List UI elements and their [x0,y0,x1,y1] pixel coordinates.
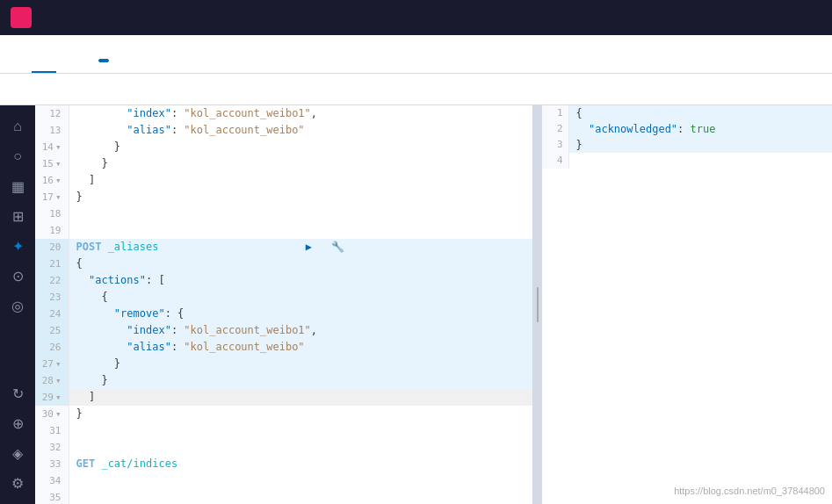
code-line-17: } [69,189,532,205]
code-line-14: } [69,139,532,155]
home-icon[interactable]: ⌂ [4,112,32,140]
tab-painless-lab[interactable] [81,50,121,73]
top-bar [0,0,832,35]
toolbar [0,74,832,105]
response-line-1: { [568,105,832,121]
editor-divider[interactable] [533,105,542,504]
code-line-24: "remove": { [69,306,532,322]
code-line-15: } [69,155,532,172]
editor-right[interactable]: 1{2 "acknowledged": true3}4 https://blog… [542,105,832,504]
code-line-25: "index": "kol_account_weibo1", [69,322,532,339]
code-line-20: POST _aliases ▶ 🔧 [69,239,532,256]
nav-tabs [0,35,832,74]
app-logo [11,7,32,28]
editor-scroll[interactable]: 12 "index": "kol_account_weibo1",13 "ali… [35,105,532,504]
code-line-28: } [69,372,532,389]
response-editor: 1{2 "acknowledged": true3}4 [542,105,832,169]
code-line-29: ] [69,389,532,406]
watermark: https://blog.csdn.net/m0_37844800 [674,483,825,499]
main-content: ⌂ ○ ▦ ⊞ ✦ ⊙ ◎ ↻ ⊕ ◈ ⚙ 12 "index": "kol_a… [0,105,832,504]
code-line-34 [69,472,532,489]
code-line-35 [69,489,532,504]
code-line-12: "index": "kol_account_weibo1", [69,105,532,122]
code-line-31 [69,422,532,439]
code-line-21: { [69,256,532,272]
code-editor: 12 "index": "kol_account_weibo1",13 "ali… [35,105,532,504]
settings-btn[interactable] [28,86,42,93]
clock-icon[interactable]: ↻ [4,379,32,407]
code-line-32 [69,439,532,456]
tab-grok-debugger[interactable] [56,54,81,73]
history-btn[interactable] [11,86,25,93]
code-line-16: ] [69,172,532,189]
response-line-3: } [568,137,832,153]
response-line-2: "acknowledged": true [568,121,832,137]
code-line-18 [69,205,532,222]
code-line-19 [69,222,532,239]
tab-console[interactable] [7,54,32,73]
sidebar: ⌂ ○ ▦ ⊞ ✦ ⊙ ◎ ↻ ⊕ ◈ ⚙ [0,105,35,504]
code-line-33: GET _cat/indices [69,456,532,472]
user-icon[interactable]: ⊙ [4,262,32,290]
settings-icon[interactable]: ⚙ [4,469,32,497]
response-line-4 [568,153,832,169]
beta-badge [98,59,109,62]
monitor-icon[interactable]: ◈ [4,439,32,467]
code-line-26: "alias": "kol_account_weibo" [69,339,532,356]
editor-area: 12 "index": "kol_account_weibo1",13 "ali… [35,105,832,504]
layers-icon[interactable]: ⊞ [4,202,32,230]
chart-icon[interactable]: ▦ [4,172,32,200]
dev-icon[interactable]: ✦ [4,232,32,260]
help-btn[interactable] [46,86,60,93]
editor-left[interactable]: 12 "index": "kol_account_weibo1",13 "ali… [35,105,533,504]
code-line-30: } [69,406,532,422]
connect-icon[interactable]: ⊕ [4,409,32,437]
run-icons[interactable]: ▶ 🔧 [299,241,344,253]
alert-icon[interactable]: ◎ [4,292,32,320]
code-line-23: { [69,289,532,306]
code-line-22: "actions": [ [69,272,532,289]
tab-search-profiler[interactable] [32,54,56,73]
search-icon[interactable]: ○ [4,142,32,170]
code-line-27: } [69,356,532,372]
code-line-13: "alias": "kol_account_weibo" [69,122,532,139]
